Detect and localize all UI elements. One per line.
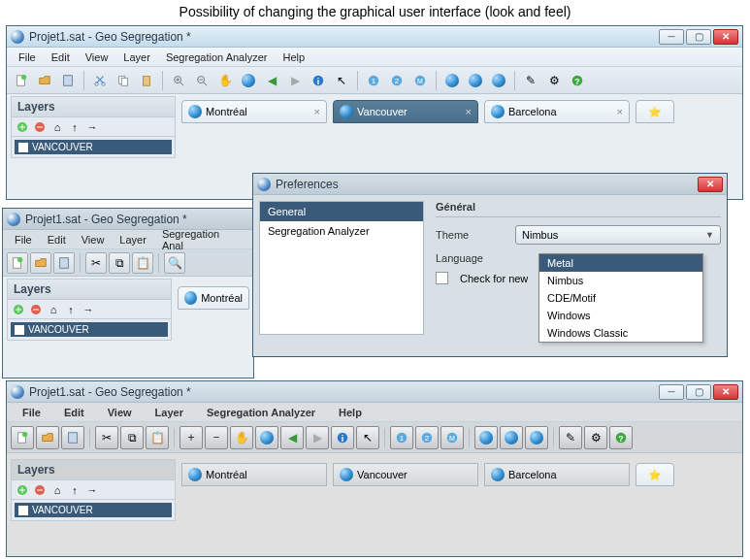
new-icon[interactable] bbox=[11, 426, 34, 449]
tab-close-icon[interactable]: × bbox=[314, 106, 320, 117]
two-icon[interactable]: 2 bbox=[415, 426, 439, 449]
tab-barcelona[interactable]: Barcelona bbox=[484, 463, 630, 486]
close-button[interactable]: ✕ bbox=[698, 177, 723, 192]
close-button[interactable]: ✕ bbox=[713, 29, 738, 45]
menu-view[interactable]: View bbox=[80, 49, 114, 65]
zoom-out-icon[interactable] bbox=[191, 70, 212, 91]
theme-option-metal[interactable]: Metal bbox=[539, 254, 702, 272]
open-icon[interactable] bbox=[36, 426, 59, 449]
add-layer-icon[interactable] bbox=[11, 302, 26, 317]
layer-next-icon[interactable]: → bbox=[84, 119, 100, 135]
menu-view[interactable]: View bbox=[76, 232, 111, 247]
layer-home-icon[interactable]: ⌂ bbox=[49, 482, 65, 498]
tab-vancouver[interactable]: Vancouver bbox=[333, 463, 478, 486]
layer-up-icon[interactable]: ↑ bbox=[63, 302, 79, 317]
open-icon[interactable] bbox=[30, 252, 51, 274]
menu-analyzer[interactable]: Segregation Analyzer bbox=[160, 49, 274, 65]
zoom-in-icon[interactable]: ＋ bbox=[179, 426, 203, 449]
tab-close-icon[interactable]: × bbox=[466, 106, 472, 117]
forward-icon[interactable]: ▶ bbox=[306, 426, 329, 449]
pan-icon[interactable]: ✋ bbox=[214, 70, 236, 91]
theme-option-nimbus[interactable]: Nimbus bbox=[539, 272, 702, 289]
info-icon[interactable]: i bbox=[331, 426, 354, 449]
globe-icon[interactable] bbox=[255, 426, 278, 449]
back-icon[interactable]: ◀ bbox=[261, 70, 282, 91]
globe2-icon[interactable] bbox=[441, 70, 463, 91]
remove-layer-icon[interactable] bbox=[28, 302, 44, 317]
titlebar[interactable]: Projet1.sat - Geo Segregation * ─ ▢ ✕ bbox=[7, 26, 742, 48]
layer-next-icon[interactable]: → bbox=[84, 482, 100, 498]
wand-icon[interactable]: ✎ bbox=[520, 70, 541, 91]
new-tab-button[interactable]: ⭐ bbox=[636, 100, 674, 123]
globe3-icon[interactable] bbox=[465, 70, 486, 91]
pointer-icon[interactable]: ↖ bbox=[356, 426, 379, 449]
prefs-nav-analyzer[interactable]: Segregation Analyzer bbox=[260, 221, 423, 241]
menu-analyzer[interactable]: Segregation Analyzer bbox=[197, 405, 325, 420]
gear-icon[interactable]: ⚙ bbox=[543, 70, 565, 91]
one-icon[interactable]: 1 bbox=[363, 70, 384, 91]
maximize-button[interactable]: ▢ bbox=[686, 384, 711, 400]
zoom-in-icon[interactable] bbox=[168, 70, 189, 91]
cut-icon[interactable] bbox=[89, 70, 111, 91]
wand-icon[interactable]: ✎ bbox=[559, 426, 582, 449]
menu-help[interactable]: Help bbox=[329, 405, 372, 420]
tab-barcelona[interactable]: Barcelona× bbox=[484, 100, 630, 123]
info-icon[interactable]: i bbox=[308, 70, 329, 91]
m-icon[interactable]: M bbox=[409, 70, 431, 91]
m-icon[interactable]: M bbox=[440, 426, 464, 449]
remove-layer-icon[interactable] bbox=[32, 482, 48, 498]
menu-edit[interactable]: Edit bbox=[46, 49, 76, 65]
layer-checkbox[interactable] bbox=[18, 143, 28, 152]
menu-layer[interactable]: Layer bbox=[146, 405, 193, 420]
globe2-icon[interactable] bbox=[474, 426, 498, 449]
help-icon[interactable]: ? bbox=[567, 70, 588, 91]
two-icon[interactable]: 2 bbox=[386, 70, 408, 91]
one-icon[interactable]: 1 bbox=[390, 426, 413, 449]
new-tab-button[interactable]: ⭐ bbox=[636, 463, 674, 486]
copy-icon[interactable]: ⧉ bbox=[120, 426, 144, 449]
menu-layer[interactable]: Layer bbox=[114, 232, 152, 247]
menu-file[interactable]: File bbox=[9, 232, 38, 247]
layer-checkbox[interactable] bbox=[15, 325, 24, 335]
new-icon[interactable] bbox=[7, 252, 28, 274]
add-layer-icon[interactable] bbox=[15, 482, 30, 498]
globe4-icon[interactable] bbox=[488, 70, 509, 91]
save-icon[interactable] bbox=[53, 252, 75, 274]
forward-icon[interactable]: ▶ bbox=[284, 70, 306, 91]
layer-up-icon[interactable]: ↑ bbox=[67, 119, 82, 135]
menu-edit[interactable]: Edit bbox=[54, 405, 94, 420]
layer-next-icon[interactable]: → bbox=[81, 302, 96, 317]
back-icon[interactable]: ◀ bbox=[280, 426, 304, 449]
minimize-button[interactable]: ─ bbox=[659, 384, 684, 400]
help-icon[interactable]: ? bbox=[609, 426, 633, 449]
paste-icon[interactable]: 📋 bbox=[146, 426, 169, 449]
cut-icon[interactable]: ✂ bbox=[95, 426, 118, 449]
pointer-icon[interactable]: ↖ bbox=[331, 70, 352, 91]
remove-layer-icon[interactable] bbox=[32, 119, 48, 135]
save-icon[interactable] bbox=[61, 426, 84, 449]
close-button[interactable]: ✕ bbox=[713, 384, 738, 400]
tab-close-icon[interactable]: × bbox=[617, 106, 623, 117]
prefs-nav-general[interactable]: General bbox=[260, 202, 423, 221]
globe3-icon[interactable] bbox=[500, 426, 523, 449]
layer-item[interactable]: VANCOUVER bbox=[15, 503, 172, 517]
maximize-button[interactable]: ▢ bbox=[686, 29, 711, 45]
tab-vancouver[interactable]: Vancouver× bbox=[333, 100, 478, 123]
layer-home-icon[interactable]: ⌂ bbox=[49, 119, 65, 135]
zoom-out-icon[interactable]: － bbox=[205, 426, 228, 449]
paste-icon[interactable]: 📋 bbox=[132, 252, 153, 274]
check-updates-checkbox[interactable] bbox=[436, 272, 448, 284]
menu-help[interactable]: Help bbox=[277, 49, 310, 65]
menu-analyzer[interactable]: Segregation Anal bbox=[156, 226, 247, 253]
titlebar[interactable]: Preferences ✕ bbox=[253, 174, 727, 195]
layer-item[interactable]: VANCOUVER bbox=[11, 322, 168, 337]
globe-icon[interactable] bbox=[238, 70, 259, 91]
tab-montreal[interactable]: Montréal bbox=[181, 463, 327, 486]
minimize-button[interactable]: ─ bbox=[659, 29, 684, 45]
menu-file[interactable]: File bbox=[13, 49, 42, 65]
pan-icon[interactable]: ✋ bbox=[230, 426, 253, 449]
titlebar[interactable]: Projet1.sat - Geo Segregation * ─ ▢ ✕ bbox=[7, 381, 742, 403]
layer-checkbox[interactable] bbox=[18, 506, 28, 515]
layer-up-icon[interactable]: ↑ bbox=[67, 482, 82, 498]
theme-select[interactable]: Nimbus ▼ bbox=[515, 225, 721, 245]
